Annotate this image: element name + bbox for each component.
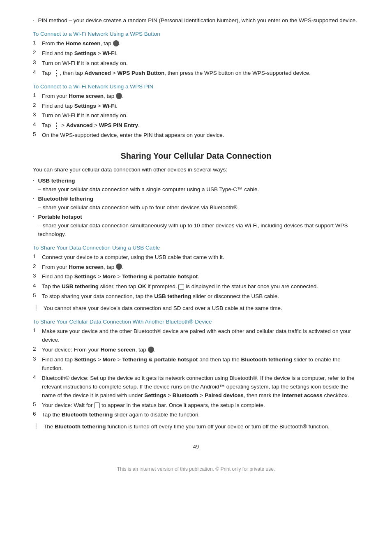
wps-pin-steps: 1 From your Home screen, tap . 2 Find an… <box>33 92 359 140</box>
wps-btn-step-4: 4 Tap ⋮, then tap Advanced > WPS Push Bu… <box>33 69 359 78</box>
usb-step-2: 2 From your Home screen, tap . <box>33 263 359 272</box>
bt-step-1: 1 Make sure your device and the other Bl… <box>33 327 359 345</box>
usb-step-3: 3 Find and tap Settings > More > Tetheri… <box>33 273 359 281</box>
step-num: 3 <box>33 111 42 118</box>
step-text: Find and tap Settings > More > Tethering… <box>42 273 199 281</box>
step-text: Turn on Wi-Fi if it is not already on. <box>42 59 128 68</box>
bluetooth-heading: To Share Your Cellular Data Connection W… <box>33 319 359 325</box>
step-text: Tap the Bluetooth tethering slider again… <box>42 411 200 419</box>
step-num: 4 <box>33 121 42 127</box>
step-text: Tap the USB tethering slider, then tap O… <box>42 282 318 291</box>
usb-tethering-bullet: • USB tethering – share your cellular da… <box>33 177 359 194</box>
step-num: 2 <box>33 263 42 269</box>
bluetooth-note-text: The Bluetooth tethering function is turn… <box>44 423 330 431</box>
bt-step-3: 3 Find and tap Settings > More > Tetheri… <box>33 356 359 373</box>
step-text: Find and tap Settings > More > Tethering… <box>42 356 359 373</box>
bluetooth-tethering-bullet: • Bluetooth® tethering – share your cell… <box>33 195 359 212</box>
bullet-dot-icon: • <box>33 18 34 21</box>
step-num: 3 <box>33 273 42 279</box>
wps-btn-step-2: 2 Find and tap Settings > Wi-Fi. <box>33 49 359 58</box>
step-text: Your device: From your Home screen, tap … <box>42 346 155 354</box>
usb-cable-heading: To Share Your Data Connection Using a US… <box>33 245 359 251</box>
bt-step-5: 5 Your device: Wait for to appear in the… <box>33 401 359 410</box>
page-number: 49 <box>33 444 359 450</box>
step-num: 4 <box>33 374 42 380</box>
bt-step-2: 2 Your device: From your Home screen, ta… <box>33 346 359 354</box>
step-text: Tap ⋮ > Advanced > WPS PIN Entry. <box>42 121 140 130</box>
step-text: Make sure your device and the other Blue… <box>42 327 359 345</box>
wps-button-steps: 1 From the Home screen, tap . 2 Find and… <box>33 39 359 78</box>
usb-cable-steps: 1 Connect your device to a computer, usi… <box>33 253 359 301</box>
wps-pin-step-2: 2 Find and tap Settings > Wi-Fi. <box>33 102 359 111</box>
step-text: Find and tap Settings > Wi-Fi. <box>42 102 118 111</box>
step-num: 1 <box>33 92 42 98</box>
portable-hotspot-text: Portable hotspot – share your cellular d… <box>38 213 359 239</box>
wps-pin-heading: To Connect to a Wi-Fi Network Using a WP… <box>33 83 359 90</box>
step-text: Connect your device to a computer, using… <box>42 253 224 262</box>
page-footer: This is an internet version of this publ… <box>33 466 359 472</box>
step-num: 5 <box>33 401 42 407</box>
pin-method-text: PIN method – your device creates a rando… <box>38 16 357 25</box>
step-num: 3 <box>33 356 42 362</box>
step-text: To stop sharing your data connection, ta… <box>42 292 279 301</box>
exclaim-icon: ❕ <box>33 423 39 429</box>
step-text: From your Home screen, tap . <box>42 92 124 101</box>
step-text: From your Home screen, tap . <box>42 263 124 272</box>
step-text: Find and tap Settings > Wi-Fi. <box>42 49 118 58</box>
step-num: 6 <box>33 411 42 417</box>
bluetooth-steps: 1 Make sure your device and the other Bl… <box>33 327 359 419</box>
bullet-icon: • <box>33 197 34 200</box>
wps-pin-step-5: 5 On the WPS-supported device, enter the… <box>33 131 359 140</box>
step-num: 4 <box>33 69 42 75</box>
step-text: On the WPS-supported device, enter the P… <box>42 131 224 140</box>
usb-step-1: 1 Connect your device to a computer, usi… <box>33 253 359 262</box>
usb-step-5: 5 To stop sharing your data connection, … <box>33 292 359 301</box>
step-num: 2 <box>33 102 42 108</box>
bluetooth-tethering-text: Bluetooth® tethering – share your cellul… <box>38 195 239 212</box>
usb-tethering-text: USB tethering – share your cellular data… <box>38 177 259 194</box>
wps-button-heading: To Connect to a Wi-Fi Network Using a WP… <box>33 31 359 37</box>
step-text: Tap ⋮, then tap Advanced > WPS Push Butt… <box>42 69 311 78</box>
wps-btn-step-1: 1 From the Home screen, tap . <box>33 39 359 48</box>
sharing-intro: You can share your cellular data connect… <box>33 166 359 174</box>
step-num: 5 <box>33 292 42 298</box>
bt-step-4: 4 Bluetooth® device: Set up the device s… <box>33 374 359 400</box>
step-num: 1 <box>33 39 42 46</box>
bluetooth-note: ❕ The Bluetooth tethering function is tu… <box>33 423 359 431</box>
pin-method-bullet: • PIN method – your device creates a ran… <box>33 16 359 25</box>
usb-note: ❕ You cannot share your device's data co… <box>33 304 359 313</box>
step-num: 3 <box>33 59 42 65</box>
step-num: 4 <box>33 282 42 289</box>
wps-pin-step-1: 1 From your Home screen, tap . <box>33 92 359 101</box>
bullet-icon: • <box>33 179 34 182</box>
bt-step-6: 6 Tap the Bluetooth tethering slider aga… <box>33 411 359 419</box>
wps-pin-step-3: 3 Turn on Wi-Fi if it is not already on. <box>33 111 359 120</box>
wps-pin-step-4: 4 Tap ⋮ > Advanced > WPS PIN Entry. <box>33 121 359 130</box>
step-num: 1 <box>33 253 42 259</box>
step-text: Turn on Wi-Fi if it is not already on. <box>42 111 128 120</box>
step-num: 2 <box>33 346 42 352</box>
step-num: 5 <box>33 131 42 137</box>
step-num: 1 <box>33 327 42 333</box>
sharing-main-heading: Sharing Your Cellular Data Connection <box>33 151 359 161</box>
step-num: 2 <box>33 49 42 56</box>
bullet-icon: • <box>33 215 34 218</box>
step-text: Your device: Wait for to appear in the s… <box>42 401 265 410</box>
wps-btn-step-3: 3 Turn on Wi-Fi if it is not already on. <box>33 59 359 68</box>
step-text: From the Home screen, tap . <box>42 39 120 48</box>
step-text: Bluetooth® device: Set up the device so … <box>42 374 359 400</box>
usb-step-4: 4 Tap the USB tethering slider, then tap… <box>33 282 359 291</box>
page-content: • PIN method – your device creates a ran… <box>33 16 359 472</box>
exclaim-icon: ❕ <box>33 305 39 311</box>
usb-note-text: You cannot share your device's data conn… <box>44 304 282 313</box>
portable-hotspot-bullet: • Portable hotspot – share your cellular… <box>33 213 359 239</box>
